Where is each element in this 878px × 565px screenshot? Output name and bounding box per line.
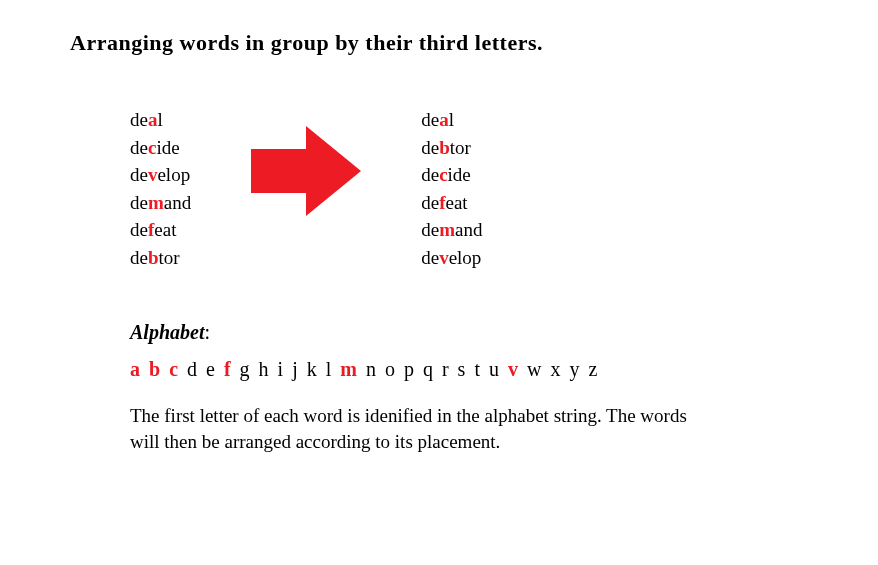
alphabet-letter-highlight: c (169, 358, 187, 380)
alphabet-letter: u (489, 358, 508, 380)
alphabet-letter: n (366, 358, 385, 380)
word-item: develop (421, 244, 482, 272)
word-item: develop (130, 161, 191, 189)
highlighted-letter: b (148, 247, 159, 268)
alphabet-letter: p (404, 358, 423, 380)
alphabet-letter: w (527, 358, 550, 380)
word-item: debtor (421, 134, 482, 162)
sorted-word-list: dealdebtordecidedefeatdemanddevelop (421, 106, 482, 271)
alphabet-letter: q (423, 358, 442, 380)
explanation-text: The first letter of each word is idenifi… (130, 403, 690, 454)
word-item: deal (130, 106, 191, 134)
alphabet-letter-highlight: f (224, 358, 240, 380)
alphabet-letter: l (326, 358, 341, 380)
word-item: demand (421, 216, 482, 244)
highlighted-letter: c (439, 164, 447, 185)
alphabet-letter: e (206, 358, 224, 380)
word-item: demand (130, 189, 191, 217)
highlighted-letter: b (439, 137, 450, 158)
alphabet-letter-highlight: v (508, 358, 527, 380)
highlighted-letter: a (439, 109, 449, 130)
alphabet-letter: s (458, 358, 475, 380)
word-columns: dealdecidedevelopdemanddefeatdebtor deal… (130, 106, 808, 271)
word-item: debtor (130, 244, 191, 272)
word-item: defeat (130, 216, 191, 244)
alphabet-letter: y (569, 358, 588, 380)
alphabet-letter: t (474, 358, 489, 380)
highlighted-letter: a (148, 109, 158, 130)
alphabet-row: a b c d e f g h i j k l m n o p q r s t … (130, 358, 690, 381)
alphabet-letter: z (588, 358, 599, 380)
word-item: decide (421, 161, 482, 189)
alphabet-letter: d (187, 358, 206, 380)
alphabet-letter: h (259, 358, 278, 380)
word-item: defeat (421, 189, 482, 217)
arrow-icon (231, 106, 381, 221)
word-item: deal (421, 106, 482, 134)
alphabet-letter-highlight: a (130, 358, 149, 380)
alphabet-letter: k (307, 358, 326, 380)
alphabet-letter: i (278, 358, 293, 380)
alphabet-label: Alphabet (130, 321, 204, 343)
alphabet-colon: : (204, 321, 210, 343)
unsorted-word-list: dealdecidedevelopdemanddefeatdebtor (130, 106, 191, 271)
alphabet-letter-highlight: b (149, 358, 169, 380)
alphabet-letter-highlight: m (340, 358, 366, 380)
alphabet-heading: Alphabet: (130, 321, 690, 344)
alphabet-letter: j (292, 358, 307, 380)
highlighted-letter: v (148, 164, 158, 185)
word-item: decide (130, 134, 191, 162)
alphabet-letter: x (550, 358, 569, 380)
highlighted-letter: m (148, 192, 164, 213)
alphabet-letter: o (385, 358, 404, 380)
alphabet-letter: r (442, 358, 458, 380)
highlighted-letter: m (439, 219, 455, 240)
document-page: Arranging words in group by their third … (0, 0, 878, 455)
explanation-block: Alphabet: a b c d e f g h i j k l m n o … (130, 321, 690, 454)
page-title: Arranging words in group by their third … (70, 30, 808, 56)
highlighted-letter: v (439, 247, 449, 268)
alphabet-letter: g (240, 358, 259, 380)
svg-marker-0 (251, 126, 361, 216)
